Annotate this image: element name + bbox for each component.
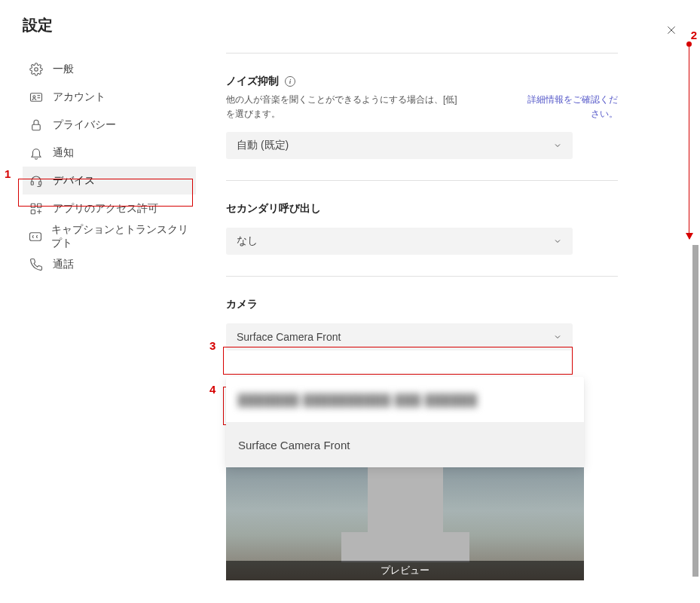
camera-preview: プレビュー <box>226 467 584 580</box>
svg-rect-10 <box>31 210 35 213</box>
camera-dropdown-panel: ███████ ██████████ ███ ██████ Surface Ca… <box>226 377 584 467</box>
page-title: 設定 <box>23 15 196 35</box>
svg-rect-8 <box>31 204 35 207</box>
svg-rect-11 <box>30 232 41 240</box>
phone-icon <box>29 257 44 272</box>
sidebar-item-app-permissions[interactable]: アプリのアクセス許可 <box>23 194 196 222</box>
sidebar-item-label: 一般 <box>53 63 74 76</box>
noise-learn-more-link[interactable]: 詳細情報をご確認ください。 <box>520 93 618 121</box>
bell-icon <box>29 145 44 161</box>
gear-icon <box>29 62 44 77</box>
svg-rect-5 <box>32 124 41 130</box>
sidebar-item-captions[interactable]: キャプションとトランスクリプト <box>23 222 196 250</box>
svg-point-0 <box>35 67 38 71</box>
camera-value: Surface Camera Front <box>237 331 341 343</box>
noise-title: ノイズ抑制 i <box>226 75 618 88</box>
secondary-ringer-section: セカンダリ呼び出し なし <box>226 180 618 276</box>
noise-desc: 他の人が音楽を聞くことができるようにする場合は、[低] を選びます。 <box>226 93 467 121</box>
camera-select[interactable]: Surface Camera Front <box>226 323 573 350</box>
sidebar-item-account[interactable]: アカウント <box>23 83 196 111</box>
id-card-icon <box>29 90 44 105</box>
camera-option-label: ███████ ██████████ ███ ██████ <box>238 393 478 406</box>
sidebar-item-notifications[interactable]: 通知 <box>23 139 196 167</box>
headset-icon <box>29 173 44 188</box>
close-button[interactable] <box>664 23 679 38</box>
camera-section: カメラ Surface Camera Front <box>226 276 618 350</box>
sidebar-item-privacy[interactable]: プライバシー <box>23 111 196 139</box>
chevron-down-icon <box>553 141 562 150</box>
preview-label: プレビュー <box>226 561 584 580</box>
svg-rect-6 <box>31 181 33 185</box>
secondary-value: なし <box>237 234 258 248</box>
sidebar-item-general[interactable]: 一般 <box>23 55 196 83</box>
camera-title: カメラ <box>226 298 618 311</box>
svg-rect-9 <box>38 204 41 207</box>
secondary-ringer-select[interactable]: なし <box>226 228 573 255</box>
sidebar-item-devices[interactable]: デバイス <box>23 167 196 194</box>
sidebar-item-label: 通話 <box>53 258 74 271</box>
sidebar-item-label: アプリのアクセス許可 <box>53 202 158 216</box>
noise-suppression-select[interactable]: 自動 (既定) <box>226 132 573 159</box>
annotation-3: 3 <box>209 339 216 352</box>
camera-option-label: Surface Camera Front <box>238 439 350 451</box>
noise-suppression-section: ノイズ抑制 i 他の人が音楽を聞くことができるようにする場合は、[低] を選びま… <box>226 53 618 180</box>
annotation-4: 4 <box>209 383 216 396</box>
noise-title-text: ノイズ抑制 <box>226 75 279 88</box>
secondary-title: セカンダリ呼び出し <box>226 202 618 216</box>
settings-sidebar: 設定 一般 アカウント プライバシー 通知 <box>0 0 196 603</box>
lock-icon <box>29 118 44 133</box>
camera-title-text: カメラ <box>226 298 258 311</box>
annotation-1: 1 <box>5 167 11 180</box>
sidebar-item-label: デバイス <box>53 174 95 188</box>
annotation-2-arrow <box>689 45 689 239</box>
svg-point-2 <box>33 95 35 97</box>
preview-blur-body <box>341 532 469 562</box>
sidebar-item-label: 通知 <box>53 146 74 160</box>
annotation-2: 2 <box>691 29 697 41</box>
vertical-scrollbar[interactable] <box>692 245 698 577</box>
cc-icon <box>29 229 42 244</box>
camera-option-0[interactable]: ███████ ██████████ ███ ██████ <box>226 377 584 422</box>
sidebar-item-label: アカウント <box>53 90 105 104</box>
info-icon[interactable]: i <box>285 76 295 87</box>
svg-rect-7 <box>39 181 41 185</box>
noise-value: 自動 (既定) <box>237 139 289 152</box>
apps-icon <box>29 201 44 216</box>
sidebar-item-label: プライバシー <box>53 118 116 132</box>
preview-blur-head <box>368 467 443 543</box>
secondary-title-text: セカンダリ呼び出し <box>226 202 321 216</box>
settings-content: ノイズ抑制 i 他の人が音楽を聞くことができるようにする場合は、[低] を選びま… <box>196 0 618 603</box>
chevron-down-icon <box>553 332 562 341</box>
chevron-down-icon <box>553 237 562 246</box>
camera-option-1[interactable]: Surface Camera Front <box>226 422 584 467</box>
sidebar-item-label: キャプションとトランスクリプト <box>51 223 190 250</box>
sidebar-item-calls[interactable]: 通話 <box>23 250 196 278</box>
